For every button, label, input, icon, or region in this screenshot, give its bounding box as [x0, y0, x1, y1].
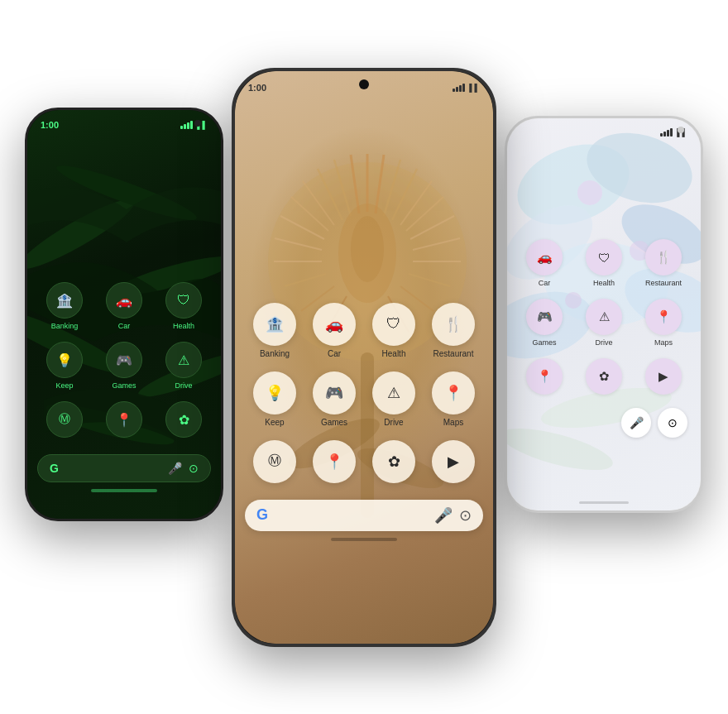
phone-left: 1:00 ▌▌ 🏦: [25, 108, 223, 521]
icon-pinwheel-left: ✿: [165, 401, 202, 438]
loc-icon-center: 📍: [325, 453, 343, 471]
youtube-icon-right: ▶: [659, 369, 668, 384]
loc-icon-right: 📍: [537, 369, 553, 384]
app-health-left[interactable]: 🛡 Health: [156, 282, 211, 330]
label-games-left: Games: [112, 381, 136, 390]
label-car-right: Car: [539, 279, 551, 287]
app-games-center[interactable]: 🎮 Games: [308, 371, 361, 427]
gmail-icon-center: Ⓜ: [268, 453, 281, 470]
icon-car-left: 🚗: [106, 282, 142, 319]
mic-icon-center[interactable]: 🎤: [434, 506, 453, 525]
app-car-center[interactable]: 🚗 Car: [308, 303, 361, 358]
car-icon-left: 🚗: [116, 293, 132, 309]
app-youtube-center[interactable]: ▶: [427, 440, 480, 483]
app-loc-right[interactable]: 📍: [517, 358, 572, 395]
icon-maps-left: 📍: [106, 401, 142, 438]
search-bar-left[interactable]: G 🎤 ⊙: [37, 454, 211, 482]
phone-center-screen: 1:00 ▌▌ 🏦: [235, 71, 493, 644]
label-maps-right: Maps: [654, 338, 673, 347]
app-loc-center[interactable]: 📍: [308, 440, 361, 483]
app-youtube-right[interactable]: ▶: [636, 358, 691, 395]
icon-health-left: 🛡: [165, 282, 202, 319]
signal-center: [453, 84, 465, 92]
app-car-right[interactable]: 🚗 Car: [517, 239, 572, 287]
label-car-left: Car: [118, 322, 131, 330]
app-restaurant-center[interactable]: 🍴 Restaurant: [427, 303, 480, 358]
app-health-center[interactable]: 🛡 Health: [367, 303, 420, 358]
app-pinwheel-left[interactable]: ✿: [156, 401, 211, 438]
camera-center: [359, 79, 369, 89]
car-icon-right: 🚗: [537, 250, 553, 265]
maps-icon-center: 📍: [444, 384, 462, 402]
icon-health-right: 🛡: [586, 239, 622, 276]
app-car-left[interactable]: 🚗 Car: [97, 282, 151, 330]
banking-icon-left: 🏦: [56, 293, 73, 309]
svg-point-43: [351, 216, 384, 282]
app-maps-right[interactable]: 📍 Maps: [636, 299, 691, 347]
games-icon-left: 🎮: [116, 352, 132, 368]
pinwheel-icon-left: ✿: [179, 412, 189, 428]
games-icon-right: 🎮: [537, 309, 553, 324]
app-maps-left[interactable]: 📍: [97, 401, 151, 438]
mic-icon-left[interactable]: 🎤: [168, 462, 182, 475]
icon-gmail-center: Ⓜ: [253, 440, 296, 483]
app-drive-right[interactable]: ⚠ Drive: [577, 299, 631, 347]
icon-health-center: 🛡: [372, 303, 415, 346]
lens-icon-left[interactable]: ⊙: [189, 462, 199, 475]
app-row-3-left: Ⓜ 📍 ✿: [27, 401, 221, 438]
banking-icon-center: 🏦: [266, 315, 284, 333]
car-icon-center: 🚗: [325, 315, 343, 333]
maps-icon-right: 📍: [656, 309, 672, 324]
restaurant-icon-right: 🍴: [656, 250, 672, 265]
label-restaurant-center: Restaurant: [433, 349, 474, 358]
status-bar-right: ▌▌: [507, 118, 701, 140]
restaurant-icon-center: 🍴: [444, 315, 462, 333]
signal-left: [180, 121, 193, 129]
phone-right: ▌▌ 🚗 Car 🛡 H: [505, 116, 703, 513]
app-pinwheel-center[interactable]: ✿: [367, 440, 420, 483]
app-health-right[interactable]: 🛡 Health: [577, 239, 631, 287]
icon-pinwheel-center: ✿: [372, 440, 415, 483]
mic-icon-right[interactable]: 🎤: [621, 408, 651, 438]
camera-left: [194, 120, 201, 127]
phones-container: 1:00 ▌▌ 🏦: [0, 0, 728, 714]
drive-icon-right: ⚠: [599, 309, 610, 324]
drive-icon-left: ⚠: [178, 352, 189, 368]
app-gmail-left[interactable]: Ⓜ: [37, 401, 92, 438]
app-banking-left[interactable]: 🏦 Banking: [37, 282, 92, 330]
app-games-left[interactable]: 🎮 Games: [97, 342, 151, 390]
app-games-right[interactable]: 🎮 Games: [517, 299, 572, 347]
health-icon-center: 🛡: [386, 315, 401, 333]
lens-icon-right[interactable]: ⊙: [658, 408, 687, 438]
home-indicator-center: [331, 538, 397, 541]
app-pinwheel-right[interactable]: ✿: [577, 358, 631, 395]
camera-right: [678, 127, 684, 133]
icon-drive-center: ⚠: [372, 371, 415, 415]
phone-right-screen: ▌▌ 🚗 Car 🛡 H: [507, 118, 701, 510]
app-gmail-center[interactable]: Ⓜ: [248, 440, 301, 483]
icon-car-center: 🚗: [313, 303, 356, 346]
label-health-left: Health: [173, 322, 194, 330]
icon-restaurant-right: 🍴: [645, 239, 682, 276]
app-banking-center[interactable]: 🏦 Banking: [248, 303, 301, 358]
pinwheel-icon-center: ✿: [388, 453, 400, 471]
maps-icon-left: 📍: [116, 412, 132, 428]
app-row-2-center: 💡 Keep 🎮 Games ⚠ Drive: [235, 371, 493, 427]
app-drive-left[interactable]: ⚠ Drive: [156, 342, 211, 390]
app-row-1-center: 🏦 Banking 🚗 Car 🛡 Health: [235, 303, 493, 358]
label-drive-right: Drive: [595, 338, 612, 347]
lens-icon-center[interactable]: ⊙: [459, 506, 472, 525]
gmail-icon-left: Ⓜ: [59, 412, 70, 427]
search-bar-center[interactable]: G 🎤 ⊙: [245, 500, 483, 531]
label-health-center: Health: [382, 349, 406, 358]
app-keep-left[interactable]: 💡 Keep: [37, 342, 92, 390]
app-keep-center[interactable]: 💡 Keep: [248, 371, 301, 427]
app-grid-right: 🚗 Car 🛡 Health 🍴 Restaur: [507, 239, 701, 395]
app-restaurant-right[interactable]: 🍴 Restaurant: [636, 239, 691, 287]
app-grid-left: 🏦 Banking 🚗 Car 🛡 Health: [27, 282, 221, 438]
home-indicator-left: [91, 489, 157, 492]
label-car-center: Car: [328, 349, 341, 358]
app-drive-center[interactable]: ⚠ Drive: [367, 371, 420, 427]
app-row-2-left: 💡 Keep 🎮 Games ⚠ Drive: [27, 342, 221, 390]
app-maps-center[interactable]: 📍 Maps: [427, 371, 480, 427]
